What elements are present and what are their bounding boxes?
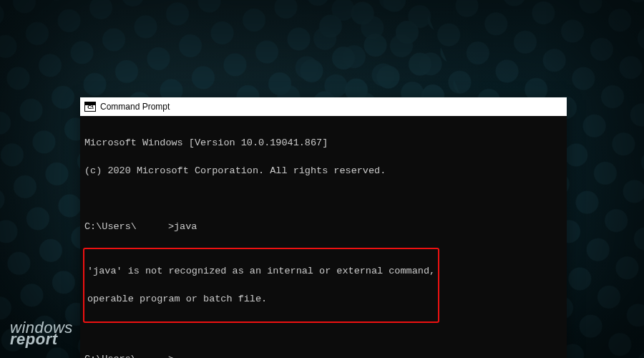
window-title: Command Prompt: [100, 102, 170, 112]
error-line: operable program or batch file.: [87, 292, 435, 306]
command-prompt-window: C:\ Command Prompt Microsoft Windows [Ve…: [80, 97, 567, 358]
titlebar[interactable]: C:\ Command Prompt: [80, 97, 567, 116]
prompt-line: C:\Users\>: [84, 352, 562, 358]
prompt-line: C:\Users\>java: [84, 220, 562, 234]
error-line: 'java' is not recognized as an internal …: [87, 264, 435, 279]
terminal-body[interactable]: Microsoft Windows [Version 10.0.19041.86…: [80, 116, 567, 358]
error-highlight-box: 'java' is not recognized as an internal …: [83, 248, 439, 323]
banner-line: Microsoft Windows [Version 10.0.19041.86…: [84, 136, 562, 150]
redacted-username: [137, 221, 168, 230]
redacted-username: [137, 354, 168, 358]
cmd-icon: C:\: [84, 102, 96, 112]
blank-line: [84, 324, 562, 339]
watermark-logo: windows report: [10, 321, 73, 347]
blank-line: [84, 192, 562, 206]
banner-line: (c) 2020 Microsoft Corporation. All righ…: [84, 164, 562, 178]
